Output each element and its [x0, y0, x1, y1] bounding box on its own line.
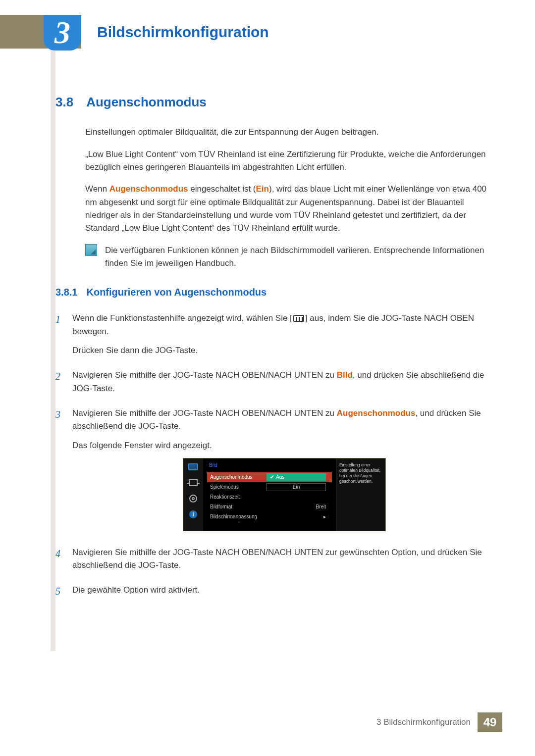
footer-label: 3 Bildschirmkonfiguration [376, 717, 478, 727]
step-2: 2 Navigieren Sie mithilfe der JOG-Taste … [55, 369, 496, 401]
subsection-number: 3.8.1 [55, 287, 77, 298]
chapter-number: 3 [54, 14, 70, 51]
osd-title: Bild [207, 461, 332, 469]
note-block: Die verfügbaren Funktionen können je nac… [85, 244, 496, 270]
note-icon [85, 244, 97, 256]
section-heading: 3.8Augenschonmodus [55, 92, 496, 112]
osd-panel: i Bild Augenschonmodus ✔Aus Spielemodus … [183, 458, 386, 531]
intro-p1: Einstellungen optimaler Bildqualität, di… [85, 126, 496, 139]
intro-p3: Wenn Augenschonmodus eingeschaltet ist (… [85, 183, 496, 235]
osd-row-spielemodus: Spielemodus Ein [207, 482, 332, 492]
subsection-title: Konfigurieren von Augenschonmodus [86, 287, 267, 298]
step-5: 5 Die gewählte Option wird aktiviert. [55, 584, 496, 603]
chapter-title: Bildschirmkonfiguration [97, 21, 535, 44]
step-3: 3 Navigieren Sie mithilfe der JOG-Taste … [55, 407, 496, 540]
osd-figure: i Bild Augenschonmodus ✔Aus Spielemodus … [72, 458, 496, 531]
intro-block: Einstellungen optimaler Bildqualität, di… [85, 126, 496, 235]
osd-row-bildschirmanpassung: Bildschirmanpassung ▸ [207, 512, 332, 522]
osd-help-text: Einstellung einer optimalen Bildqualität… [336, 458, 385, 531]
osd-value-ein: Ein [267, 483, 326, 491]
step-4: 4 Navigieren Sie mithilfe der JOG-Taste … [55, 546, 496, 578]
content-area: 3.8Augenschonmodus Einstellungen optimal… [55, 92, 496, 609]
osd-sidebar: i [183, 458, 203, 531]
chevron-right-icon: ▸ [323, 513, 326, 521]
intro-p2: „Low Blue Light Content“ vom TÜV Rheinla… [85, 148, 496, 174]
osd-icon-size [188, 478, 199, 487]
footer: 3 Bildschirmkonfiguration 49 [376, 712, 502, 732]
osd-icon-picture [188, 462, 199, 471]
note-text: Die verfügbaren Funktionen können je nac… [105, 244, 496, 270]
osd-row-augenschonmodus: Augenschonmodus ✔Aus [207, 472, 332, 482]
osd-row-reaktionszeit: Reaktionszeit [207, 492, 332, 502]
chapter-badge: 3 [44, 15, 81, 50]
osd-value-aus: ✔Aus [267, 473, 326, 481]
hl-augenschonmodus: Augenschonmodus [109, 184, 188, 194]
subsection-heading: 3.8.1Konfigurieren von Augenschonmodus [55, 285, 496, 300]
steps-list: 1 Wenn die Funktionstastenhilfe angezeig… [55, 312, 496, 603]
menu-icon [293, 315, 304, 322]
section-number: 3.8 [55, 95, 73, 109]
osd-icon-info: i [188, 510, 199, 519]
left-margin-strip [51, 15, 55, 651]
osd-icon-settings [188, 494, 199, 503]
osd-row-bildformat: Bildformat Breit [207, 502, 332, 512]
step-1: 1 Wenn die Funktionstastenhilfe angezeig… [55, 312, 496, 363]
hl-ein: Ein [256, 184, 269, 194]
footer-page-number: 49 [478, 712, 502, 732]
section-title: Augenschonmodus [86, 95, 207, 109]
osd-main: Bild Augenschonmodus ✔Aus Spielemodus Ei… [203, 458, 336, 531]
